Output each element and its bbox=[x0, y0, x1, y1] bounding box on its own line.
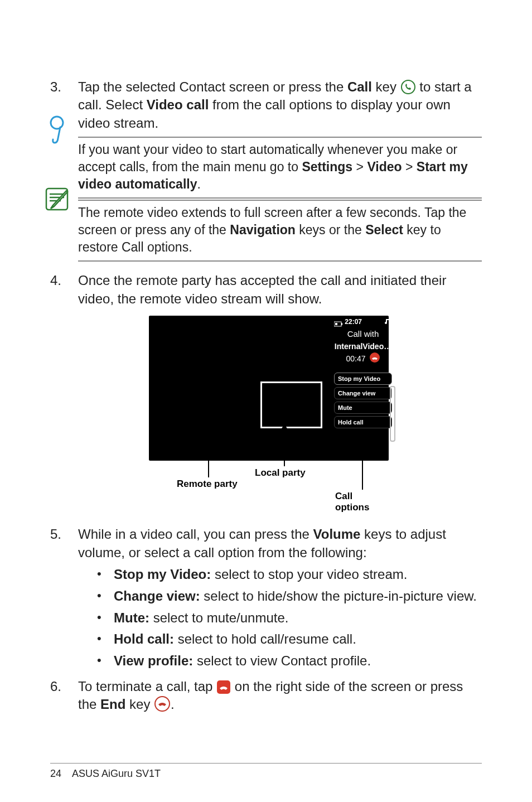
call-options-panel: Stop my Video Change view Mute Hold call bbox=[334, 373, 392, 428]
note-icon bbox=[43, 186, 70, 212]
bold: Stop my Video: bbox=[114, 567, 211, 582]
arrow-remote bbox=[208, 371, 209, 477]
text: select to stop your video stream. bbox=[211, 567, 407, 582]
bold: Hold call: bbox=[114, 631, 174, 646]
call-with-label: Call with bbox=[334, 329, 392, 339]
opt-stop-my-video: Stop my Video bbox=[334, 373, 392, 385]
svg-point-1 bbox=[51, 117, 63, 129]
bold: View profile: bbox=[114, 653, 193, 668]
text: > bbox=[352, 160, 367, 174]
text: key bbox=[125, 697, 154, 712]
text: Tap the selected Contact screen or press… bbox=[78, 79, 347, 94]
phone-frame: 22:07 Call with InternalVideo… 00:47 Sto… bbox=[149, 316, 389, 461]
text: . bbox=[171, 697, 175, 712]
status-battery-time: 22:07 bbox=[334, 318, 362, 327]
step-5-sublist: Stop my Video: select to stop your video… bbox=[78, 565, 482, 671]
step-3: 3. Tap the selected Contact screen or pr… bbox=[50, 78, 482, 132]
bold: Change view: bbox=[114, 588, 200, 603]
end-call-red-icon bbox=[369, 352, 380, 365]
footer-title: ASUS AiGuru SV1T bbox=[72, 768, 161, 779]
bold-end: End bbox=[100, 697, 125, 712]
bold: Mute: bbox=[114, 610, 149, 625]
svg-rect-5 bbox=[335, 323, 337, 325]
signal-icon bbox=[384, 318, 392, 327]
step-5-number: 5. bbox=[50, 525, 78, 543]
step-6-number: 6. bbox=[50, 678, 78, 695]
page-number: 24 bbox=[50, 768, 61, 779]
svg-rect-3 bbox=[334, 322, 341, 326]
text: . bbox=[197, 177, 200, 191]
step-6-body: To terminate a call, tap on the right si… bbox=[78, 678, 482, 714]
step-5-body: While in a video call, you can press the… bbox=[78, 525, 482, 673]
call-key-icon bbox=[400, 79, 416, 95]
svg-point-0 bbox=[402, 80, 415, 94]
tip-block: If you want your video to start automati… bbox=[78, 137, 482, 199]
end-key-icon bbox=[154, 695, 171, 712]
text: select to hold call/resume call. bbox=[174, 631, 356, 646]
internal-video-label: InternalVideo… bbox=[334, 342, 392, 351]
svg-rect-8 bbox=[386, 320, 387, 322]
text: select to mute/unmute. bbox=[149, 610, 288, 625]
note-block: The remote video extends to full screen … bbox=[78, 200, 482, 262]
timer-value: 00:47 bbox=[346, 354, 365, 363]
arrow-callopt bbox=[362, 445, 363, 490]
step-4-body: Once the remote party has accepted the c… bbox=[78, 272, 482, 308]
svg-rect-9 bbox=[389, 320, 390, 322]
text: select to hide/show the picture-in-pictu… bbox=[200, 588, 477, 603]
list-item: Hold call: select to hold call/resume ca… bbox=[97, 630, 482, 649]
text: keys or the bbox=[296, 223, 365, 237]
arrow-local bbox=[284, 429, 285, 466]
label-local-party: Local party bbox=[255, 467, 306, 479]
figure: 22:07 Call with InternalVideo… 00:47 Sto… bbox=[50, 316, 482, 511]
list-item: Stop my Video: select to stop your video… bbox=[97, 565, 482, 584]
svg-rect-2 bbox=[46, 189, 67, 210]
call-timer: 00:47 bbox=[334, 352, 392, 365]
opt-mute: Mute bbox=[334, 402, 392, 414]
page-footer: 24 ASUS AiGuru SV1T bbox=[50, 763, 482, 780]
step-3-number: 3. bbox=[50, 78, 78, 96]
bold-navigation: Navigation bbox=[230, 223, 296, 237]
pip-frame bbox=[260, 381, 322, 428]
step-4: 4. Once the remote party has accepted th… bbox=[50, 272, 482, 308]
step-5: 5. While in a video call, you can press … bbox=[50, 525, 482, 673]
status-bar: 22:07 bbox=[334, 318, 392, 327]
opt-hold-call: Hold call bbox=[334, 416, 392, 428]
tip-icon bbox=[43, 115, 70, 154]
scrollbar bbox=[390, 386, 395, 442]
label-call-options: Call options bbox=[335, 491, 389, 513]
bold-volume: Volume bbox=[313, 526, 361, 542]
list-item: Change view: select to hide/show the pic… bbox=[97, 587, 482, 606]
bold-video: Video bbox=[367, 160, 402, 174]
svg-rect-4 bbox=[341, 323, 342, 325]
text: While in a video call, you can press the bbox=[78, 526, 313, 542]
svg-rect-10 bbox=[386, 319, 390, 320]
list-item: View profile: select to view Contact pro… bbox=[97, 651, 482, 671]
bold-video-call: Video call bbox=[147, 97, 209, 112]
bold-settings: Settings bbox=[302, 160, 352, 174]
list-item: Mute: select to mute/unmute. bbox=[97, 608, 482, 628]
opt-change-view: Change view bbox=[334, 387, 392, 399]
bold-call: Call bbox=[347, 79, 372, 94]
text: select to view Contact profile. bbox=[193, 653, 371, 668]
text: key bbox=[372, 79, 400, 94]
phone-side-panel: 22:07 Call with InternalVideo… 00:47 Sto… bbox=[334, 318, 392, 428]
step-6: 6. To terminate a call, tap on the right… bbox=[50, 678, 482, 714]
text: To terminate a call, tap bbox=[78, 679, 216, 694]
bold-select: Select bbox=[365, 223, 403, 237]
label-remote-party: Remote party bbox=[177, 479, 238, 490]
end-call-red-icon bbox=[216, 680, 231, 694]
step-4-number: 4. bbox=[50, 272, 78, 289]
text: > bbox=[402, 160, 417, 174]
step-3-body: Tap the selected Contact screen or press… bbox=[78, 78, 482, 132]
